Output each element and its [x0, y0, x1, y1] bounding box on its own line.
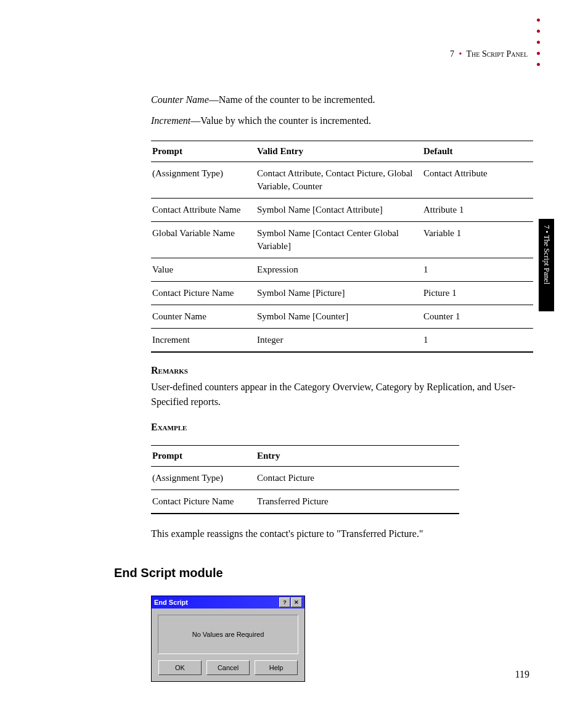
table-row: Contact Attribute Name Symbol Name [Cont…	[151, 199, 533, 222]
cancel-button[interactable]: Cancel	[206, 660, 250, 675]
bullet-separator-icon: •	[459, 49, 462, 59]
table-row: Increment Integer 1	[151, 329, 533, 353]
side-tab: 7 • The Script Panel	[539, 219, 554, 311]
module-heading: End Script module	[114, 566, 533, 580]
definition-term: Increment	[151, 115, 190, 126]
table-row: Contact Picture Name Symbol Name [Pictur…	[151, 282, 533, 305]
page-header: 7 • The Script Panel	[450, 49, 528, 59]
dialog-title: End Script	[154, 599, 188, 606]
chapter-number: 7	[450, 49, 454, 59]
table-row: Counter Name Symbol Name [Counter] Count…	[151, 305, 533, 329]
help-icon[interactable]: ?	[279, 597, 290, 607]
remarks-text: User-defined counters appear in the Cate…	[151, 380, 533, 409]
dot-icon	[537, 52, 540, 55]
table-header: Prompt	[151, 141, 256, 162]
end-script-dialog: End Script ? ✕ No Values are Required OK…	[151, 596, 305, 682]
table-header: Default	[422, 141, 533, 162]
table-row: (Assignment Type) Contact Attribute, Con…	[151, 162, 533, 199]
help-button[interactable]: Help	[255, 660, 298, 675]
dot-icon	[537, 41, 540, 44]
table-header: Entry	[256, 446, 459, 467]
table-row: Value Expression 1	[151, 258, 533, 282]
prompts-table: Prompt Valid Entry Default (Assignment T…	[151, 141, 533, 353]
page-number: 119	[515, 669, 529, 680]
dot-icon	[537, 18, 540, 22]
dialog-message: No Values are Required	[158, 615, 298, 654]
table-header: Valid Entry	[256, 141, 422, 162]
definition-line: Increment—Value by which the counter is …	[151, 113, 533, 128]
table-row: Contact Picture Name Transferred Picture	[151, 490, 459, 514]
dot-icon	[537, 63, 540, 66]
chapter-title: The Script Panel	[467, 49, 528, 59]
example-table: Prompt Entry (Assignment Type) Contact P…	[151, 445, 459, 514]
ok-button[interactable]: OK	[158, 660, 202, 675]
table-header: Prompt	[151, 446, 256, 467]
definition-line: Counter Name—Name of the counter to be i…	[151, 92, 533, 107]
dot-icon	[537, 30, 540, 33]
definition-desc: —Value by which the counter is increment…	[190, 115, 371, 126]
example-text: This example reassigns the contact's pic…	[151, 526, 533, 541]
main-content: Counter Name—Name of the counter to be i…	[151, 92, 533, 682]
example-heading: Example	[151, 422, 533, 433]
close-icon[interactable]: ✕	[291, 597, 302, 607]
definition-desc: —Name of the counter to be incremented.	[209, 94, 375, 105]
remarks-heading: Remarks	[151, 365, 533, 376]
table-row: (Assignment Type) Contact Picture	[151, 467, 459, 490]
table-row: Global Variable Name Symbol Name [Contac…	[151, 222, 533, 258]
dialog-titlebar: End Script ? ✕	[152, 596, 304, 608]
decorative-dots	[537, 18, 540, 66]
definition-term: Counter Name	[151, 94, 209, 105]
